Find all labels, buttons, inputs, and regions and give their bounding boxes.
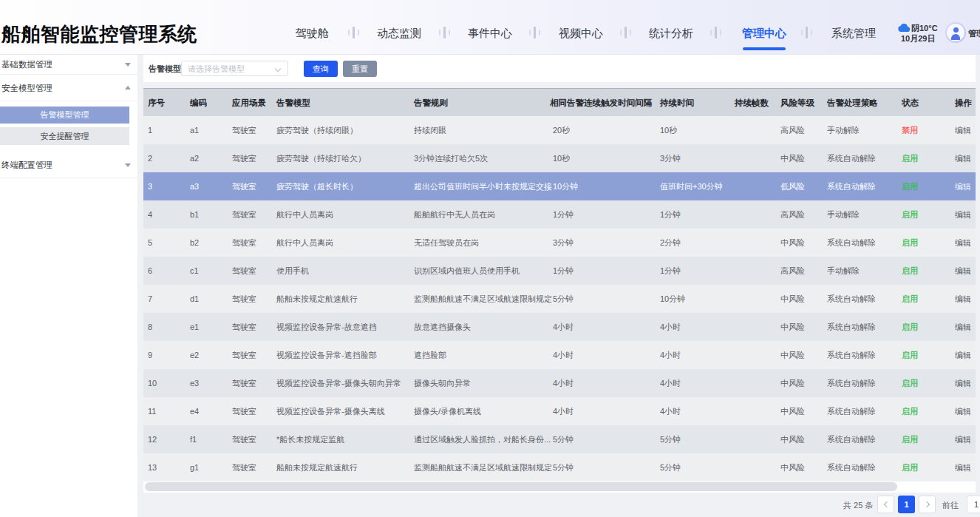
table-cell: 1分钟: [660, 266, 681, 277]
sidebar-item-alarm-model-management[interactable]: 告警模型管理: [0, 107, 129, 124]
edit-link[interactable]: 编辑: [955, 294, 971, 305]
table-cell: 驾驶室: [232, 406, 256, 417]
table-cell: 4小时: [553, 406, 574, 417]
table-cell: 驾驶室: [232, 294, 256, 305]
table-cell: 手动解除: [827, 209, 860, 220]
horizontal-scrollbar-thumb[interactable]: [145, 482, 897, 491]
table-cell: 使用手机: [276, 266, 309, 277]
table-row[interactable]: 10e3驾驶室视频监控设备异常-摄像头朝向异常摄像头朝向异常4小时4小时中风险系…: [143, 369, 976, 397]
table-row[interactable]: 13g1驾驶室船舶未按规定航速航行监测船舶航速不满足区域航速限制规定5分钟5分钟…: [143, 453, 976, 481]
weather-cloud-icon: [898, 24, 911, 33]
table-cell: 4小时: [660, 322, 681, 333]
table-cell: 4小时: [553, 350, 574, 361]
nav-item-statistics[interactable]: 统计分析: [649, 27, 693, 41]
status-badge: 启用: [902, 434, 918, 445]
table-cell: 中风险: [780, 406, 805, 417]
nav-active-underline: [743, 47, 786, 50]
table-cell: c1: [190, 266, 199, 275]
table-cell: 10: [148, 379, 157, 388]
edit-link[interactable]: 编辑: [955, 153, 971, 164]
table-cell: 驾驶室: [232, 462, 256, 473]
table-cell: 持续闭眼: [414, 125, 446, 136]
sidebar-group-basic-data[interactable]: 基础数据管理: [0, 55, 137, 75]
table-cell: 5分钟: [660, 462, 681, 473]
table-cell: e4: [190, 407, 199, 416]
nav-item-event-center[interactable]: 事件中心: [468, 27, 512, 41]
nav-separator: [800, 27, 812, 38]
table-cell: 驾驶室: [232, 266, 256, 277]
edit-link[interactable]: 编辑: [955, 462, 971, 473]
table-row[interactable]: 12f1驾驶室*船长未按规定监航通过区域触发人脸抓拍，对船长身份...5分钟5分…: [143, 425, 976, 453]
table-row[interactable]: 1a1驾驶室疲劳驾驶（持续闭眼）持续闭眼20秒10秒高风险手动解除禁用编辑: [143, 116, 976, 144]
edit-link[interactable]: 编辑: [955, 209, 971, 220]
table-cell: 2分钟: [660, 237, 681, 249]
table-cell: 系统自动解除: [827, 153, 876, 164]
nav-item-dynamic-monitor[interactable]: 动态监测: [377, 27, 421, 41]
table-row[interactable]: 7d1驾驶室船舶未按规定航速航行监测船舶航速不满足区域航速限制规定5分钟10分钟…: [143, 285, 976, 313]
nav-item-management-center[interactable]: 管理中心: [742, 27, 786, 41]
table-row[interactable]: 2a2驾驶室疲劳驾驶（持续打哈欠）3分钟连续打哈欠5次10秒3分钟中风险系统自动…: [143, 144, 976, 172]
edit-link[interactable]: 编辑: [955, 125, 971, 136]
edit-link[interactable]: 编辑: [955, 378, 971, 389]
table-cell: 疲劳驾驶（持续闭眼）: [276, 125, 358, 136]
sidebar-group-terminal-config[interactable]: 终端配置管理: [0, 152, 137, 178]
table-row[interactable]: 11e4驾驶室视频监控设备异常-摄像头离线摄像头/录像机离线4小时4小时中风险系…: [143, 397, 976, 425]
table-cell: 10分钟: [660, 294, 685, 305]
table-cell: 10秒: [660, 125, 677, 136]
table-cell: 驾驶室: [232, 322, 256, 333]
table-cell: 13: [148, 463, 157, 472]
sidebar-item-safety-reminder-management[interactable]: 安全提醒管理: [0, 127, 129, 145]
prev-page-button[interactable]: [877, 496, 894, 513]
goto-page-input[interactable]: [967, 496, 980, 513]
edit-link[interactable]: 编辑: [955, 237, 971, 249]
sidebar-group-safety-model[interactable]: 安全模型管理: [0, 75, 137, 101]
table-cell: 4: [148, 210, 152, 219]
table-cell: 驾驶室: [232, 378, 256, 389]
table-cell: 视频监控设备异常-遮挡脸部: [276, 350, 377, 361]
table-cell: 3分钟连续打哈欠5次: [414, 153, 488, 164]
nav-item-video-center[interactable]: 视频中心: [559, 27, 603, 41]
nav-item-system-management[interactable]: 系统管理: [831, 27, 876, 41]
current-page-button[interactable]: 1: [898, 496, 915, 513]
table-cell: 4小时: [553, 322, 574, 333]
edit-link[interactable]: 编辑: [955, 266, 971, 277]
nav-separator: [710, 27, 721, 38]
edit-link[interactable]: 编辑: [955, 434, 971, 445]
table-cell: e3: [190, 379, 199, 388]
table-row[interactable]: 6c1驾驶室使用手机识别区域内值班人员使用手机1分钟1分钟高风险手动解除启用编辑: [143, 257, 976, 285]
table-cell: 超出公司值班时间半小时未按规定交接: [414, 181, 552, 192]
user-avatar[interactable]: [945, 22, 966, 43]
table-cell: 系统自动解除: [827, 237, 876, 249]
table-cell: 手动解除: [827, 266, 860, 277]
table-cell: 驾驶室: [232, 434, 256, 445]
reset-button[interactable]: 重置: [343, 61, 377, 77]
edit-link[interactable]: 编辑: [955, 181, 971, 192]
table-cell: 中风险: [780, 462, 805, 473]
status-badge: 启用: [902, 209, 918, 220]
table-row[interactable]: 4b1驾驶室航行中人员离岗船舶航行中无人员在岗1分钟1分钟高风险手动解除启用编辑: [143, 200, 976, 229]
table-row[interactable]: 9e2驾驶室视频监控设备异常-遮挡脸部遮挡脸部4小时4小时中风险系统自动解除启用…: [143, 341, 976, 369]
status-badge: 禁用: [902, 125, 918, 136]
table-cell: 中风险: [780, 322, 805, 333]
chevron-left-icon: [883, 501, 889, 507]
alarm-model-table: 序号 编码 应用场景 告警模型 告警规则 相同告警连续触发时间间隔 持续时间 持…: [143, 88, 976, 493]
table-row[interactable]: 8e1驾驶室视频监控设备异常-故意遮挡故意遮挡摄像头4小时4小时中风险系统自动解…: [143, 313, 976, 341]
edit-link[interactable]: 编辑: [955, 406, 971, 417]
table-row[interactable]: 5b2驾驶室航行中人员离岗无适任驾驶员在岗3分钟2分钟中风险系统自动解除启用编辑: [143, 229, 976, 257]
table-cell: 8: [148, 322, 152, 331]
table-header-row: 序号 编码 应用场景 告警模型 告警规则 相同告警连续触发时间间隔 持续时间 持…: [143, 88, 976, 116]
edit-link[interactable]: 编辑: [955, 322, 971, 333]
next-page-button[interactable]: [919, 496, 936, 513]
table-cell: 4小时: [660, 406, 681, 417]
table-row[interactable]: 3a3驾驶室疲劳驾驶（超长时长）超出公司值班时间半小时未按规定交接10分钟值班时…: [143, 172, 976, 200]
table-cell: 6: [148, 266, 152, 275]
status-badge: 启用: [902, 153, 918, 164]
table-cell: 遮挡脸部: [414, 350, 446, 361]
nav-item-cockpit[interactable]: 驾驶舱: [296, 27, 329, 41]
table-cell: 高风险: [780, 209, 805, 220]
alarm-model-select[interactable]: 请选择告警模型: [181, 61, 288, 76]
edit-link[interactable]: 编辑: [955, 350, 971, 361]
table-cell: 高风险: [780, 266, 805, 277]
search-button[interactable]: 查询: [304, 61, 338, 77]
table-cell: 10秒: [553, 153, 570, 164]
